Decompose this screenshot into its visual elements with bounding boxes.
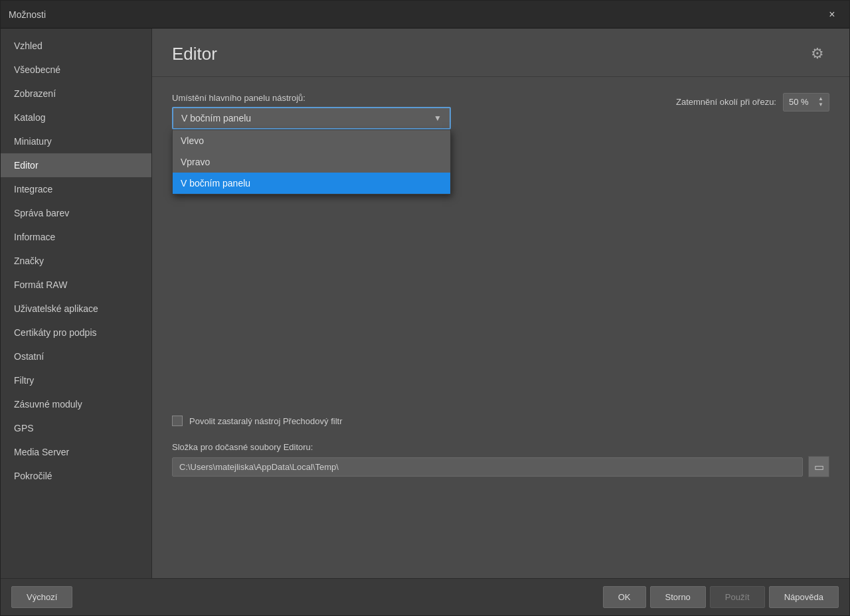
darken-label: Zatemnění okolí při ořezu:	[676, 97, 776, 107]
dialog-title: Možnosti	[9, 9, 823, 20]
sidebar-item-pokrocile[interactable]: Pokročilé	[1, 464, 151, 488]
sidebar-item-certifikaty[interactable]: Certikáty pro podpis	[1, 321, 151, 345]
dropdown-arrow-icon: ▼	[434, 114, 442, 123]
panel-body: Zatemnění okolí při ořezu: 50 % ▲ ▼ Umís…	[152, 77, 849, 578]
sidebar-item-gps[interactable]: GPS	[1, 416, 151, 440]
cancel-button[interactable]: Storno	[650, 586, 706, 608]
folder-icon: ▭	[814, 461, 824, 473]
ok-button[interactable]: OK	[603, 586, 646, 608]
sidebar-item-media-server[interactable]: Media Server	[1, 440, 151, 464]
help-button[interactable]: Nápověda	[769, 586, 839, 608]
dialog: Možnosti × VzhledVšeobecnéZobrazeníKatal…	[0, 0, 850, 616]
sidebar-item-informace[interactable]: Informace	[1, 225, 151, 249]
folder-browse-button[interactable]: ▭	[808, 456, 829, 477]
sidebar: VzhledVšeobecnéZobrazeníKatalogMiniatury…	[1, 29, 152, 578]
dropdown-option[interactable]: V bočním panelu	[173, 173, 450, 194]
dropdown-option[interactable]: Vlevo	[173, 130, 450, 151]
darken-spinbox[interactable]: 50 % ▲ ▼	[783, 93, 829, 112]
dropdown-selected-value: V bočním panelu	[181, 113, 251, 123]
folder-input-row: C:\Users\matejliska\AppData\Local\Temp\ …	[172, 456, 829, 477]
dropdown-menu: VlevoVpravoV bočním panelu	[172, 129, 451, 194]
darken-value: 50 %	[789, 97, 809, 107]
folder-input[interactable]: C:\Users\matejliska\AppData\Local\Temp\	[172, 457, 803, 477]
footer: Výchozí OK Storno Použít Nápověda	[1, 578, 849, 615]
folder-section: Složka pro dočasné soubory Editoru: C:\U…	[172, 442, 829, 477]
sidebar-item-integrace[interactable]: Integrace	[1, 177, 151, 201]
sidebar-item-miniatury[interactable]: Miniatury	[1, 129, 151, 153]
sidebar-item-znacky[interactable]: Značky	[1, 249, 151, 273]
sidebar-item-sprava-barev[interactable]: Správa barev	[1, 201, 151, 225]
sidebar-item-vzhled[interactable]: Vzhled	[1, 34, 151, 58]
sidebar-item-uzivatelske-aplikace[interactable]: Uživatelské aplikace	[1, 297, 151, 321]
main-panel: Editor ⚙ Zatemnění okolí při ořezu: 50 %…	[152, 29, 849, 578]
gradient-filter-checkbox[interactable]	[172, 416, 183, 426]
spin-down[interactable]: ▼	[818, 102, 823, 108]
darken-row: Zatemnění okolí při ořezu: 50 % ▲ ▼	[676, 93, 829, 112]
dropdown-selected[interactable]: V bočním panelu ▼	[172, 107, 451, 129]
sidebar-item-filtry[interactable]: Filtry	[1, 368, 151, 392]
gradient-filter-label: Povolit zastaralý nástroj Přechodový fil…	[189, 416, 342, 426]
apply-button[interactable]: Použít	[710, 586, 765, 608]
sidebar-item-vseobecne[interactable]: Všeobecné	[1, 58, 151, 82]
sidebar-item-format-raw[interactable]: Formát RAW	[1, 273, 151, 297]
dropdown-option[interactable]: Vpravo	[173, 151, 450, 173]
gear-icon[interactable]: ⚙	[806, 42, 829, 66]
close-button[interactable]: ×	[823, 5, 841, 24]
footer-left: Výchozí	[11, 586, 72, 608]
sidebar-item-editor[interactable]: Editor	[1, 153, 151, 177]
sidebar-item-zasuvne-moduly[interactable]: Zásuvné moduly	[1, 392, 151, 416]
spin-arrows: ▲ ▼	[818, 96, 823, 108]
sidebar-item-zobrazeni[interactable]: Zobrazení	[1, 82, 151, 106]
folder-label: Složka pro dočasné soubory Editoru:	[172, 442, 829, 452]
default-button[interactable]: Výchozí	[11, 586, 72, 608]
toolbar-placement-dropdown[interactable]: V bočním panelu ▼ VlevoVpravoV bočním pa…	[172, 107, 451, 129]
sidebar-item-ostatni[interactable]: Ostatní	[1, 345, 151, 368]
gradient-filter-row: Povolit zastaralý nástroj Přechodový fil…	[172, 416, 829, 426]
panel-header: Editor ⚙	[152, 29, 849, 77]
panel-title: Editor	[172, 44, 217, 64]
footer-right: OK Storno Použít Nápověda	[603, 586, 839, 608]
sidebar-item-katalog[interactable]: Katalog	[1, 106, 151, 129]
title-bar: Možnosti ×	[1, 1, 849, 29]
content-area: VzhledVšeobecnéZobrazeníKatalogMiniatury…	[1, 29, 849, 578]
